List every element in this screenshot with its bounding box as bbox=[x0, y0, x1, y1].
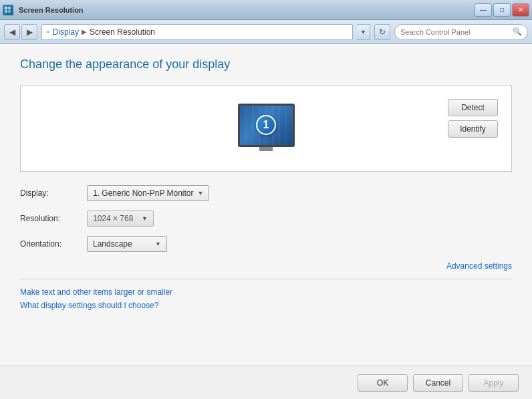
path-display-link[interactable]: Display bbox=[53, 27, 79, 37]
orientation-value: Landscape bbox=[93, 239, 132, 249]
address-path: « Display ▶ Screen Resolution bbox=[41, 24, 353, 40]
display-dropdown-arrow: ▼ bbox=[198, 190, 204, 196]
display-label: Display: bbox=[20, 188, 87, 198]
title-bar-left: Screen Resolution bbox=[3, 5, 84, 15]
path-separator: ▶ bbox=[82, 28, 87, 35]
main-window: Change the appearance of your display 1 … bbox=[0, 44, 532, 399]
make-text-link[interactable]: Make text and other items larger or smal… bbox=[20, 287, 512, 297]
nav-buttons: ◀ ▶ bbox=[4, 24, 37, 40]
forward-button[interactable]: ▶ bbox=[21, 24, 37, 40]
monitor-number-badge: 1 bbox=[256, 115, 276, 135]
svg-rect-1 bbox=[8, 7, 11, 9]
cancel-button[interactable]: Cancel bbox=[413, 374, 463, 392]
advanced-settings-link[interactable]: Advanced settings bbox=[20, 261, 512, 271]
orientation-dropdown[interactable]: Landscape ▼ bbox=[87, 236, 167, 252]
refresh-button[interactable]: ↻ bbox=[374, 24, 390, 40]
title-bar: Screen Resolution — □ ✕ bbox=[0, 0, 532, 20]
display-dropdown[interactable]: 1. Generic Non-PnP Monitor ▼ bbox=[87, 185, 209, 201]
page-title: Change the appearance of your display bbox=[20, 57, 512, 72]
monitor-stand bbox=[259, 147, 273, 151]
orientation-label: Orientation: bbox=[20, 239, 87, 249]
detect-identify-buttons: Detect Identify bbox=[448, 99, 498, 138]
svg-rect-2 bbox=[5, 10, 7, 13]
orientation-control: Landscape ▼ bbox=[87, 236, 167, 252]
resolution-setting-row: Resolution: 1024 × 768 ▼ bbox=[20, 211, 512, 227]
detect-button[interactable]: Detect bbox=[448, 99, 498, 116]
path-screen-resolution: Screen Resolution bbox=[90, 27, 155, 37]
search-icon: 🔍 bbox=[513, 27, 522, 36]
resolution-dropdown-arrow: ▼ bbox=[142, 215, 148, 222]
title-bar-controls: — □ ✕ bbox=[475, 3, 529, 17]
monitor-box: 1 Detect Identify bbox=[20, 85, 512, 172]
close-button[interactable]: ✕ bbox=[512, 3, 529, 17]
window-icon bbox=[3, 5, 13, 15]
monitor-screen: 1 bbox=[238, 104, 295, 147]
back-button[interactable]: ◀ bbox=[4, 24, 20, 40]
monitor-display[interactable]: 1 bbox=[238, 104, 295, 154]
monitor-number: 1 bbox=[263, 119, 269, 131]
display-setting-row: Display: 1. Generic Non-PnP Monitor ▼ bbox=[20, 185, 512, 201]
display-value: 1. Generic Non-PnP Monitor bbox=[93, 188, 194, 198]
resolution-value: 1024 × 768 bbox=[93, 214, 133, 223]
address-bar: ◀ ▶ « Display ▶ Screen Resolution ▼ ↻ 🔍 bbox=[0, 20, 532, 44]
minimize-button[interactable]: — bbox=[475, 3, 492, 17]
svg-rect-0 bbox=[5, 7, 7, 9]
bottom-bar: OK Cancel Apply bbox=[0, 366, 532, 399]
maximize-button[interactable]: □ bbox=[493, 3, 511, 17]
orientation-dropdown-arrow: ▼ bbox=[155, 241, 161, 247]
content-area: Change the appearance of your display 1 … bbox=[0, 44, 532, 366]
search-input[interactable] bbox=[400, 28, 510, 36]
ok-button[interactable]: OK bbox=[358, 374, 408, 392]
resolution-dropdown[interactable]: 1024 × 768 ▼ bbox=[87, 211, 154, 227]
resolution-control: 1024 × 768 ▼ bbox=[87, 211, 154, 227]
apply-button[interactable]: Apply bbox=[469, 374, 519, 392]
path-prefix: « bbox=[46, 28, 50, 35]
svg-rect-3 bbox=[8, 10, 11, 13]
address-dropdown-button[interactable]: ▼ bbox=[357, 24, 370, 40]
identify-button[interactable]: Identify bbox=[448, 120, 498, 138]
resolution-label: Resolution: bbox=[20, 214, 87, 223]
search-box: 🔍 bbox=[394, 24, 528, 40]
window-title: Screen Resolution bbox=[19, 6, 84, 14]
orientation-setting-row: Orientation: Landscape ▼ bbox=[20, 236, 512, 252]
display-control: 1. Generic Non-PnP Monitor ▼ bbox=[87, 185, 209, 201]
divider bbox=[20, 279, 512, 279]
display-settings-link[interactable]: What display settings should I choose? bbox=[20, 301, 512, 310]
